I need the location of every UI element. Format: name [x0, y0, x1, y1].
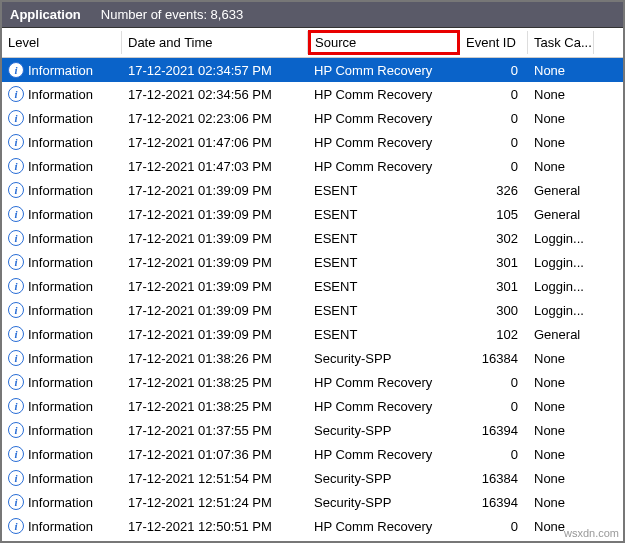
cell-level: iInformation [2, 396, 122, 416]
cell-source: HP Comm Recovery [308, 109, 460, 128]
cell-task: None [528, 109, 594, 128]
event-count: Number of events: 8,633 [101, 7, 243, 22]
level-text: Information [28, 327, 93, 342]
cell-event-id: 301 [460, 277, 528, 296]
table-row[interactable]: iInformation17-12-2021 12:50:51 PMHP Com… [2, 514, 623, 538]
level-text: Information [28, 135, 93, 150]
level-text: Information [28, 519, 93, 534]
cell-source: Security-SPP [308, 493, 460, 512]
cell-date: 17-12-2021 01:38:26 PM [122, 349, 308, 368]
table-row[interactable]: iInformation17-12-2021 01:47:03 PMHP Com… [2, 154, 623, 178]
cell-date: 17-12-2021 01:39:09 PM [122, 325, 308, 344]
cell-source: ESENT [308, 301, 460, 320]
event-table: Level Date and Time Source Event ID Task… [2, 28, 623, 538]
table-row[interactable]: iInformation17-12-2021 01:07:36 PMHP Com… [2, 442, 623, 466]
cell-level: iInformation [2, 204, 122, 224]
cell-event-id: 0 [460, 517, 528, 536]
cell-event-id: 0 [460, 157, 528, 176]
cell-date: 17-12-2021 01:38:25 PM [122, 397, 308, 416]
level-text: Information [28, 399, 93, 414]
cell-task: None [528, 349, 594, 368]
column-event-id[interactable]: Event ID [460, 31, 528, 54]
table-row[interactable]: iInformation17-12-2021 02:34:57 PMHP Com… [2, 58, 623, 82]
table-row[interactable]: iInformation17-12-2021 02:34:56 PMHP Com… [2, 82, 623, 106]
table-body: iInformation17-12-2021 02:34:57 PMHP Com… [2, 58, 623, 538]
table-row[interactable]: iInformation17-12-2021 01:47:06 PMHP Com… [2, 130, 623, 154]
level-text: Information [28, 183, 93, 198]
cell-level: iInformation [2, 156, 122, 176]
cell-event-id: 105 [460, 205, 528, 224]
cell-task: None [528, 445, 594, 464]
level-text: Information [28, 471, 93, 486]
cell-task: None [528, 421, 594, 440]
cell-source: HP Comm Recovery [308, 61, 460, 80]
cell-date: 17-12-2021 01:39:09 PM [122, 205, 308, 224]
column-source[interactable]: Source [308, 30, 460, 55]
info-icon: i [8, 278, 24, 294]
cell-source: HP Comm Recovery [308, 373, 460, 392]
cell-level: iInformation [2, 132, 122, 152]
cell-date: 17-12-2021 02:23:06 PM [122, 109, 308, 128]
cell-task: None [528, 61, 594, 80]
cell-source: ESENT [308, 205, 460, 224]
level-text: Information [28, 111, 93, 126]
cell-source: ESENT [308, 253, 460, 272]
level-text: Information [28, 207, 93, 222]
cell-event-id: 301 [460, 253, 528, 272]
cell-source: HP Comm Recovery [308, 85, 460, 104]
column-task[interactable]: Task Ca... [528, 31, 594, 54]
cell-task: Loggin... [528, 301, 594, 320]
table-row[interactable]: iInformation17-12-2021 01:39:09 PMESENT3… [2, 250, 623, 274]
level-text: Information [28, 303, 93, 318]
cell-event-id: 0 [460, 85, 528, 104]
table-row[interactable]: iInformation17-12-2021 01:38:25 PMHP Com… [2, 370, 623, 394]
log-title: Application [10, 7, 81, 22]
cell-source: HP Comm Recovery [308, 133, 460, 152]
cell-task: None [528, 397, 594, 416]
cell-level: iInformation [2, 444, 122, 464]
cell-date: 17-12-2021 01:47:06 PM [122, 133, 308, 152]
info-icon: i [8, 182, 24, 198]
cell-task: None [528, 157, 594, 176]
cell-task: General [528, 205, 594, 224]
table-row[interactable]: iInformation17-12-2021 01:37:55 PMSecuri… [2, 418, 623, 442]
cell-event-id: 0 [460, 109, 528, 128]
cell-level: iInformation [2, 516, 122, 536]
table-row[interactable]: iInformation17-12-2021 01:39:09 PMESENT3… [2, 298, 623, 322]
table-row[interactable]: iInformation17-12-2021 01:39:09 PMESENT1… [2, 202, 623, 226]
table-row[interactable]: iInformation17-12-2021 01:38:25 PMHP Com… [2, 394, 623, 418]
cell-level: iInformation [2, 348, 122, 368]
info-icon: i [8, 398, 24, 414]
cell-event-id: 0 [460, 445, 528, 464]
info-icon: i [8, 494, 24, 510]
cell-source: ESENT [308, 229, 460, 248]
table-row[interactable]: iInformation17-12-2021 01:39:09 PMESENT3… [2, 178, 623, 202]
table-row[interactable]: iInformation17-12-2021 01:39:09 PMESENT3… [2, 226, 623, 250]
cell-task: None [528, 469, 594, 488]
info-icon: i [8, 230, 24, 246]
cell-source: Security-SPP [308, 349, 460, 368]
table-row[interactable]: iInformation17-12-2021 12:51:24 PMSecuri… [2, 490, 623, 514]
info-icon: i [8, 350, 24, 366]
table-row[interactable]: iInformation17-12-2021 12:51:54 PMSecuri… [2, 466, 623, 490]
cell-level: iInformation [2, 372, 122, 392]
cell-task: General [528, 181, 594, 200]
info-icon: i [8, 302, 24, 318]
table-row[interactable]: iInformation17-12-2021 02:23:06 PMHP Com… [2, 106, 623, 130]
table-row[interactable]: iInformation17-12-2021 01:39:09 PMESENT3… [2, 274, 623, 298]
cell-task: None [528, 133, 594, 152]
table-row[interactable]: iInformation17-12-2021 01:38:26 PMSecuri… [2, 346, 623, 370]
cell-task: Loggin... [528, 277, 594, 296]
cell-source: Security-SPP [308, 421, 460, 440]
table-row[interactable]: iInformation17-12-2021 01:39:09 PMESENT1… [2, 322, 623, 346]
column-date[interactable]: Date and Time [122, 31, 308, 54]
column-level[interactable]: Level [2, 31, 122, 54]
cell-date: 17-12-2021 12:51:24 PM [122, 493, 308, 512]
level-text: Information [28, 495, 93, 510]
cell-source: ESENT [308, 181, 460, 200]
cell-date: 17-12-2021 12:51:54 PM [122, 469, 308, 488]
level-text: Information [28, 63, 93, 78]
cell-level: iInformation [2, 60, 122, 80]
info-icon: i [8, 110, 24, 126]
watermark: wsxdn.com [564, 527, 619, 539]
